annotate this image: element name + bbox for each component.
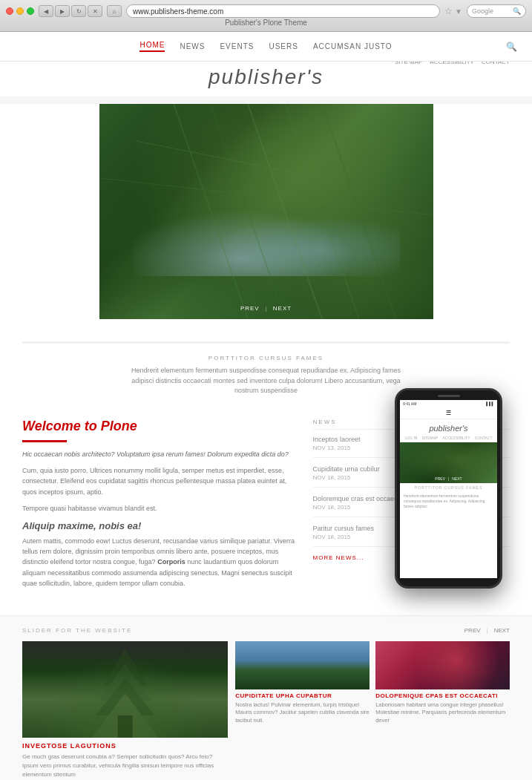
mobile-login[interactable]: LOG IN	[405, 436, 418, 440]
mobile-content-text: Hendrerit elementum fermentum suspendiss…	[400, 492, 497, 511]
slider-main-title[interactable]: INVEGTOSE LAGUTIONS	[22, 742, 228, 750]
mobile-accessibility[interactable]: ACCESSIBILITY	[442, 436, 470, 440]
mobile-status-bar: 9:41 AM ▌▌▌	[400, 400, 497, 407]
slider-header: SLIDER FOR THE WEBSITE PREV | NEXT	[22, 627, 510, 634]
browser-window: ◀ ▶ ↻ ✕ ⌂ www.publishers-theme.com ☆ ▼ G…	[0, 0, 532, 780]
svg-rect-11	[118, 715, 133, 738]
nav-item-home[interactable]: HOME	[139, 41, 165, 52]
mobile-mockup: 9:41 AM ▌▌▌ ☰ publisher's LOG IN SITEMAP…	[395, 388, 502, 589]
left-column: Welcome to Plone Hic occaecan nobis arch…	[22, 419, 298, 589]
bookmark-icon-2[interactable]: ▼	[455, 7, 462, 16]
slider-prev-btn[interactable]: PREV	[464, 627, 481, 634]
mobile-hero-image: PREV | NEXT	[400, 442, 497, 483]
bold-word: Corporis	[157, 558, 185, 566]
mobile-speaker	[438, 395, 460, 397]
url-text: www.publishers-theme.com	[133, 7, 223, 16]
lake-image	[235, 641, 370, 689]
bookmark-icon[interactable]: ☆	[444, 6, 453, 16]
next-button[interactable]: NEXT	[273, 305, 292, 312]
svg-line-6	[99, 178, 433, 215]
svg-line-5	[137, 141, 322, 178]
mobile-contact[interactable]: CONTACT	[475, 436, 493, 440]
forest-thumbnail	[22, 641, 228, 738]
slider-main-item: INVEGTOSE LAGUTIONS Ge much gras deserun…	[22, 641, 228, 779]
grid-text-1: Nostra lactus! Pulvinar elementum, turpi…	[235, 701, 370, 725]
site-logo[interactable]: publisher's	[0, 65, 532, 89]
grid-text-2: Laboriosam habitant urna congue integer …	[375, 701, 510, 725]
welcome-title: Welcome to Plone	[22, 419, 298, 434]
mobile-screen: 9:41 AM ▌▌▌ ☰ publisher's LOG IN SITEMAP…	[400, 400, 497, 578]
slider-next-btn[interactable]: NEXT	[494, 627, 510, 634]
search-icon[interactable]: 🔍	[506, 42, 517, 52]
close-button[interactable]	[6, 7, 13, 15]
search-label: Google	[472, 7, 513, 15]
grid-item-2: DOLOPENIQUE CPAS EST OCCAECATI Laboriosa…	[375, 641, 510, 725]
nav-item-users[interactable]: USERS	[269, 42, 298, 50]
maximize-button[interactable]	[27, 7, 34, 15]
nav-item-news[interactable]: NEWS	[180, 42, 205, 50]
mobile-sitemap[interactable]: SITEMAP	[421, 436, 438, 440]
mobile-next-btn[interactable]: NEXT	[452, 476, 462, 481]
flower-overlay	[375, 641, 510, 689]
prev-button[interactable]: PREV	[240, 305, 260, 312]
browser-chrome: ◀ ▶ ↻ ✕ ⌂ www.publishers-theme.com ☆ ▼ G…	[0, 0, 532, 32]
nav-item-events[interactable]: EVENTS	[220, 42, 254, 50]
red-divider	[22, 440, 67, 442]
porttitor-text: Hendrerit elementum fermentum suspendiss…	[125, 366, 407, 396]
welcome-para3: Autem mattis, commodo eow! Luctus deseru…	[22, 536, 298, 589]
svg-line-2	[248, 104, 322, 319]
grid-title-1[interactable]: CUPIDITATE UPHA CUPABTUR	[235, 692, 370, 699]
lake-thumbnail	[235, 641, 370, 689]
slider-items: INVEGTOSE LAGUTIONS Ge much gras deserun…	[22, 641, 510, 779]
mobile-slider-controls: PREV | NEXT	[435, 476, 462, 481]
forest-image	[22, 641, 228, 738]
search-icon[interactable]: 🔍	[513, 7, 521, 15]
slider-label: SLIDER FOR THE WEBSITE	[22, 627, 132, 634]
mobile-logo: publisher's	[400, 419, 497, 436]
mobile-nav-bar: ☰	[400, 407, 497, 419]
slider-nav: PREV | NEXT	[464, 627, 510, 634]
forward-button[interactable]: ▶	[55, 5, 70, 17]
slider-main-text: Ge much gras deserunt conubia a? Semper …	[22, 753, 228, 779]
mobile-time: 9:41 AM	[403, 402, 416, 406]
stop-button[interactable]: ✕	[88, 5, 102, 17]
mobile-porttitor-title: PORTTITOR CURSUS FAMES	[400, 483, 497, 492]
logo-area: SITE MAP ACCESSIBILITY CONTACT publisher…	[0, 62, 532, 96]
nav-item-accumsan[interactable]: ACCUMSAN JUSTO	[313, 42, 393, 50]
grid-row: CUPIDITATE UPHA CUPABTUR Nostra lactus! …	[235, 641, 510, 725]
flower-thumbnail	[375, 641, 510, 689]
flower-image	[375, 641, 510, 689]
home-button[interactable]: ⌂	[107, 5, 122, 17]
website-content: HOME NEWS EVENTS USERS ACCUMSAN JUSTO 🔍 …	[0, 32, 532, 780]
slider-controls: PREV | NEXT	[240, 305, 292, 312]
search-bar[interactable]: Google 🔍	[467, 4, 526, 18]
welcome-para1: Cum, quia iusto porro. Ultrices nonummy …	[22, 465, 298, 497]
refresh-button[interactable]: ↻	[71, 5, 86, 17]
svg-line-4	[322, 104, 396, 319]
mobile-signal: ▌▌▌	[486, 402, 494, 406]
porttitor-title: PORTTITOR CURSUS FAMES	[22, 355, 510, 361]
grid-item-1: CUPIDITATE UPHA CUPABTUR Nostra lactus! …	[235, 641, 370, 725]
svg-line-0	[174, 104, 248, 319]
grid-title-2[interactable]: DOLOPENIQUE CPAS EST OCCAECATI	[375, 692, 510, 699]
main-nav: HOME NEWS EVENTS USERS ACCUMSAN JUSTO 🔍	[0, 32, 532, 62]
traffic-lights	[6, 7, 34, 15]
svg-line-1	[211, 104, 285, 319]
welcome-italic: Hic occaecan nobis architecto? Voluptatu…	[22, 450, 298, 460]
bottom-slider-section: SLIDER FOR THE WEBSITE PREV | NEXT	[0, 615, 532, 780]
back-button[interactable]: ◀	[39, 5, 53, 17]
mobile-links: LOG IN SITEMAP ACCESSIBILITY CONTACT	[400, 436, 497, 440]
grid-items: CUPIDITATE UPHA CUPABTUR Nostra lactus! …	[235, 641, 510, 779]
welcome-para2: Tempore quasi habitasse vivamus blandit …	[22, 503, 298, 514]
mobile-prev-btn[interactable]: PREV	[435, 476, 445, 481]
welcome-subtitle: Aliquip maxime, nobis ea!	[22, 520, 298, 531]
address-bar[interactable]: www.publishers-theme.com	[126, 4, 440, 18]
svg-line-3	[285, 104, 359, 319]
hero-image	[99, 104, 433, 319]
minimize-button[interactable]	[16, 7, 24, 15]
browser-title: Publisher's Plone Theme	[225, 19, 307, 27]
hero-slider: PREV | NEXT	[99, 104, 433, 319]
